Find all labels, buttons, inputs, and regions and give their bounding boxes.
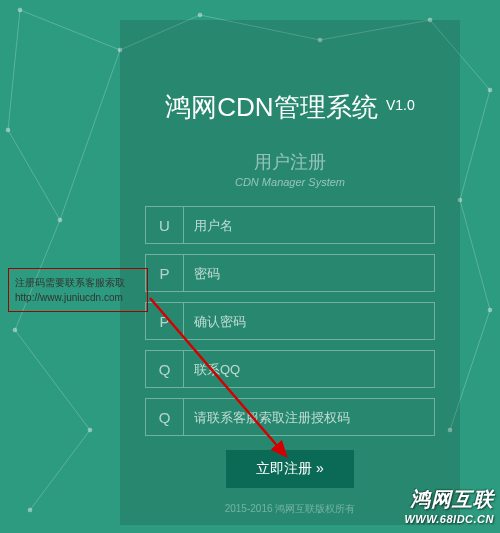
note-text: 注册码需要联系客服索取 xyxy=(15,275,141,290)
copyright-text: 2015-2016 鸿网互联版权所有 xyxy=(145,502,435,516)
subtitle: 用户注册 CDN Manager System xyxy=(145,150,435,188)
svg-line-6 xyxy=(8,130,60,220)
svg-point-14 xyxy=(18,8,22,12)
svg-line-13 xyxy=(60,50,120,220)
username-input[interactable] xyxy=(184,207,434,243)
svg-point-20 xyxy=(6,128,10,132)
watermark-name: 鸿网互联 xyxy=(404,486,494,513)
svg-point-24 xyxy=(28,508,32,512)
app-title: 鸿网CDN管理系统 xyxy=(165,92,377,122)
annotation-arrow-icon xyxy=(148,296,298,466)
watermark-url: WWW.68IDC.CN xyxy=(404,513,494,525)
svg-point-26 xyxy=(488,308,492,312)
svg-point-16 xyxy=(198,13,202,17)
svg-point-21 xyxy=(58,218,62,222)
svg-line-9 xyxy=(30,430,90,510)
username-field: U xyxy=(145,206,435,244)
svg-line-10 xyxy=(460,200,490,310)
watermark: 鸿网互联 WWW.68IDC.CN xyxy=(404,486,494,525)
svg-point-22 xyxy=(13,328,17,332)
svg-point-23 xyxy=(88,428,92,432)
subtitle-en: CDN Manager System xyxy=(145,176,435,188)
svg-line-5 xyxy=(460,90,490,200)
svg-line-28 xyxy=(150,298,286,456)
prefix-icon: U xyxy=(146,207,184,243)
svg-line-12 xyxy=(8,10,20,130)
prefix-icon: P xyxy=(146,255,184,291)
title-row: 鸿网CDN管理系统 V1.0 xyxy=(145,90,435,125)
app-version: V1.0 xyxy=(386,97,415,113)
annotation-note: 注册码需要联系客服索取 http://www.juniucdn.com xyxy=(8,268,148,312)
subtitle-cn: 用户注册 xyxy=(145,150,435,174)
svg-line-8 xyxy=(15,330,90,430)
note-link[interactable]: http://www.juniucdn.com xyxy=(15,292,123,303)
password-input[interactable] xyxy=(184,255,434,291)
svg-line-0 xyxy=(20,10,120,50)
password-field: P xyxy=(145,254,435,292)
svg-point-19 xyxy=(488,88,492,92)
